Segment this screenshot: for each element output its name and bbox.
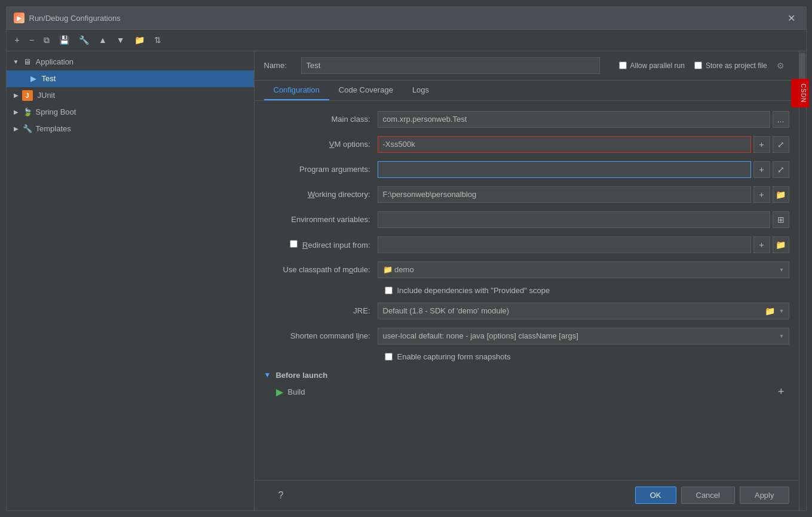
working-dir-row: Working directory: + 📁 [264,186,789,204]
tree-arrow-templates: ▶ [11,124,21,134]
add-config-button[interactable]: + [11,33,23,47]
tabs-bar: Configuration Code Coverage Logs [255,81,799,101]
apply-button[interactable]: Apply [740,487,789,504]
shorten-cmd-select-wrapper: user-local default: none - java [options… [378,328,789,344]
jre-select[interactable]: Default (1.8 - SDK of 'demo' module) [378,303,789,319]
tree-arrow-application: ▼ [11,57,21,67]
env-vars-label: Environment variables: [264,215,378,224]
save-config-button[interactable]: 💾 [56,33,73,47]
redirect-input-field[interactable] [378,236,751,253]
tree-junit[interactable]: ▶ J JUnit [7,87,254,104]
program-args-input[interactable] [378,161,751,178]
tab-code-coverage[interactable]: Code Coverage [329,81,403,100]
allow-parallel-checkbox[interactable] [619,61,627,69]
tab-configuration[interactable]: Configuration [264,81,329,100]
tab-logs[interactable]: Logs [403,81,439,100]
templates-icon: 🔧 [22,124,33,134]
enable-snapshots-checkbox[interactable] [385,353,393,361]
springboot-label: Spring Boot [36,107,76,116]
scrollbar[interactable] [799,51,806,510]
tree-springboot[interactable]: ▶ 🍃 Spring Boot [7,104,254,121]
program-args-label: Program arguments: [264,165,378,174]
settings-button[interactable]: 🔧 [75,33,93,47]
shorten-cmd-select[interactable]: user-local default: none - java [options… [378,328,789,344]
jre-label: JRE: [264,306,378,315]
include-deps-label[interactable]: Include dependencies with "Provided" sco… [385,286,550,295]
tree-templates[interactable]: ▶ 🔧 Templates [7,121,254,137]
main-class-input[interactable] [378,111,770,128]
vm-options-label: VM options: [264,140,378,149]
env-vars-browse-button[interactable]: ⊞ [773,211,789,228]
vm-options-add-button[interactable]: + [753,136,770,153]
working-dir-input[interactable] [378,186,751,203]
vm-options-expand-button[interactable]: ⤢ [773,136,789,153]
application-icon: 🖥 [22,57,33,67]
working-dir-add-button[interactable]: + [753,186,770,203]
working-dir-input-group: + 📁 [378,186,789,203]
allow-parallel-label[interactable]: Allow parallel run [619,61,685,70]
tree-test[interactable]: ▶ Test [7,70,254,87]
shorten-cmd-row: Shorten command line: user-local default… [264,327,789,345]
bottom-bar: ? OK Cancel Apply [255,480,799,510]
name-input[interactable] [301,57,600,74]
store-project-label[interactable]: Store as project file [694,61,767,70]
springboot-icon: 🍃 [22,107,33,118]
title-bar: ▶ Run/Debug Configurations ✕ [7,7,806,30]
before-launch-label: Before launch [275,371,327,380]
config-panel: Main class: ... VM options: + ⤢ [255,101,799,480]
test-icon: ▶ [28,73,39,84]
build-icon: ▶ [276,386,283,398]
right-panel: Name: Allow parallel run Store as projec… [255,51,799,510]
options-area: Allow parallel run Store as project file… [619,61,785,70]
close-button[interactable]: ✕ [784,11,799,25]
enable-snapshots-row: Enable capturing form snapshots [264,352,789,361]
redirect-input-checkbox[interactable] [290,240,298,248]
gear-settings-icon[interactable]: ⚙ [777,61,785,70]
move-down-button[interactable]: ▼ [113,33,128,47]
csdn-badge: CSDN [791,79,809,107]
redirect-input-row: Redirect input from: + 📁 [264,236,789,254]
remove-config-button[interactable]: − [26,33,38,47]
env-vars-row: Environment variables: ⊞ [264,211,789,229]
junit-label: JUnit [38,91,56,100]
vm-options-row: VM options: + ⤢ [264,136,789,153]
shorten-cmd-label: Shorten command line: [264,331,378,340]
tree-application[interactable]: ▼ 🖥 Application [7,54,254,70]
redirect-input-label: Redirect input from: [264,240,378,250]
enable-snapshots-label[interactable]: Enable capturing form snapshots [385,352,511,361]
main-class-label: Main class: [264,115,378,124]
vm-options-input-group: + ⤢ [378,136,789,153]
program-args-expand-button[interactable]: ⤢ [773,161,789,178]
program-args-row: Program arguments: + ⤢ [264,161,789,179]
tree-arrow-springboot: ▶ [11,107,21,117]
folder-button[interactable]: 📁 [131,33,148,47]
build-row: ▶ Build + [264,386,789,398]
include-deps-row: Include dependencies with "Provided" sco… [264,286,789,295]
vm-options-input[interactable] [378,136,751,153]
before-launch-add-button[interactable]: + [773,386,789,398]
main-content: ▼ 🖥 Application ▶ Test ▶ J JUnit ▶ 🍃 Spr… [7,51,806,510]
working-dir-browse-button[interactable]: 📁 [773,186,789,203]
main-class-browse-button[interactable]: ... [773,111,789,128]
help-button[interactable]: ? [264,487,298,504]
main-class-row: Main class: ... [264,110,789,128]
app-icon: ▶ [14,13,24,23]
redirect-browse-button[interactable]: 📁 [773,236,789,253]
copy-config-button[interactable]: ⧉ [40,33,53,48]
dialog-title: Run/Debug Configurations [29,14,121,23]
redirect-add-button[interactable]: + [753,236,770,253]
main-class-input-group: ... [378,111,789,128]
move-up-button[interactable]: ▲ [95,33,111,47]
classpath-select[interactable]: 📁 demo [378,261,789,278]
program-args-add-button[interactable]: + [753,161,770,178]
ok-button[interactable]: OK [635,487,676,504]
classpath-label: Use classpath of module: [264,265,378,274]
store-project-checkbox[interactable] [694,61,702,69]
include-deps-checkbox[interactable] [385,287,393,294]
sort-button[interactable]: ⇅ [151,33,165,47]
templates-label: Templates [36,124,71,133]
env-vars-input[interactable] [378,211,770,228]
before-launch-arrow[interactable]: ▼ [264,371,271,379]
left-panel: ▼ 🖥 Application ▶ Test ▶ J JUnit ▶ 🍃 Spr… [7,51,255,510]
cancel-button[interactable]: Cancel [681,487,735,504]
